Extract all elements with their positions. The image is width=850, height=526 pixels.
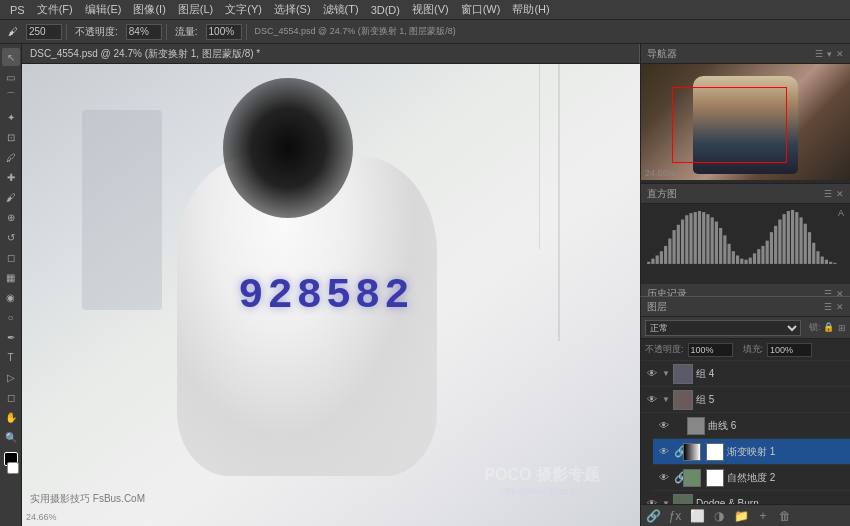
- histogram-header-icons: ☰ ✕: [824, 189, 844, 199]
- flow-input[interactable]: [206, 24, 242, 40]
- fill-input[interactable]: [767, 343, 812, 357]
- navigator-preview[interactable]: 24.66%: [641, 64, 850, 180]
- bg-line-2: [539, 64, 540, 249]
- histogram-close-icon[interactable]: ✕: [836, 189, 844, 199]
- svg-rect-6: [673, 230, 676, 264]
- menu-text[interactable]: 文字(Y): [219, 2, 268, 17]
- layer-link-icon[interactable]: 🔗: [645, 509, 661, 523]
- background-color[interactable]: [7, 462, 19, 474]
- menu-bar: PS 文件(F) 编辑(E) 图像(I) 图层(L) 文字(Y) 选择(S) 滤…: [0, 0, 850, 20]
- clone-tool[interactable]: ⊕: [2, 208, 20, 226]
- menu-ps[interactable]: PS: [4, 4, 31, 16]
- zoom-tool[interactable]: 🔍: [2, 428, 20, 446]
- layer-delete-icon[interactable]: 🗑: [777, 509, 793, 523]
- wand-tool[interactable]: ✦: [2, 108, 20, 126]
- layer-curve-6[interactable]: 👁 曲线 6: [653, 413, 850, 439]
- layer-fx-icon[interactable]: ƒx: [667, 509, 683, 523]
- layer-new-icon[interactable]: +: [755, 509, 771, 523]
- layers-menu-icon[interactable]: ☰: [824, 302, 832, 312]
- gradient-tool[interactable]: ▦: [2, 268, 20, 286]
- path-tool[interactable]: ▷: [2, 368, 20, 386]
- menu-file[interactable]: 文件(F): [31, 2, 79, 17]
- shape-tool[interactable]: ◻: [2, 388, 20, 406]
- svg-rect-13: [702, 212, 705, 264]
- eyedropper-tool[interactable]: 🖊: [2, 148, 20, 166]
- layer-eye-icon[interactable]: 👁: [657, 471, 671, 485]
- svg-rect-42: [825, 260, 828, 264]
- menu-select[interactable]: 选择(S): [268, 2, 317, 17]
- layers-close-icon[interactable]: ✕: [836, 302, 844, 312]
- photo-canvas: 928582 实用摄影技巧 FsBus.CoM POCO 摄影专题 http:/…: [22, 64, 640, 526]
- layer-mask-icon[interactable]: ⬜: [689, 509, 705, 523]
- canvas-content[interactable]: 928582 实用摄影技巧 FsBus.CoM POCO 摄影专题 http:/…: [22, 64, 640, 526]
- layer-group-4[interactable]: 👁 ▼ 组 4: [641, 361, 850, 387]
- navigator-header: 导航器 ☰ ▾ ✕: [641, 44, 850, 64]
- layer-eye-icon[interactable]: 👁: [657, 419, 671, 433]
- pen-tool[interactable]: ✒: [2, 328, 20, 346]
- svg-rect-38: [808, 232, 811, 264]
- lasso-tool[interactable]: ⌒: [2, 88, 20, 106]
- dodge-tool[interactable]: ○: [2, 308, 20, 326]
- navigator-expand-icon[interactable]: ▾: [827, 49, 832, 59]
- history-brush-tool[interactable]: ↺: [2, 228, 20, 246]
- watermark-poco: POCO 摄影专题 http://photo.poco.cn/: [484, 465, 600, 496]
- text-tool[interactable]: T: [2, 348, 20, 366]
- brush-size-input[interactable]: [26, 24, 62, 40]
- toolbar-separator-2: [166, 24, 167, 40]
- svg-rect-40: [816, 251, 819, 264]
- expand-icon[interactable]: ▼: [662, 395, 670, 404]
- layer-group-dodge-burn[interactable]: 👁 ▼ Dodge & Burn: [641, 491, 850, 504]
- svg-rect-30: [774, 226, 777, 264]
- layers-opacity-row: 不透明度: 填充:: [641, 339, 850, 361]
- hand-tool[interactable]: ✋: [2, 408, 20, 426]
- menu-3d[interactable]: 3D(D): [365, 4, 406, 16]
- heal-tool[interactable]: ✚: [2, 168, 20, 186]
- layer-name: 渐变映射 1: [727, 445, 846, 459]
- brush-tool[interactable]: 🖌: [2, 188, 20, 206]
- marquee-tool[interactable]: ▭: [2, 68, 20, 86]
- svg-rect-17: [719, 228, 722, 264]
- menu-help[interactable]: 帮助(H): [506, 2, 555, 17]
- layer-adjustment-icon[interactable]: ◑: [711, 509, 727, 523]
- layer-eye-icon[interactable]: 👁: [645, 367, 659, 381]
- menu-window[interactable]: 窗口(W): [455, 2, 507, 17]
- navigator-panel: 导航器 ☰ ▾ ✕ 24.66%: [641, 44, 850, 184]
- eraser-tool[interactable]: ◻: [2, 248, 20, 266]
- svg-rect-43: [829, 262, 832, 264]
- crop-tool[interactable]: ⊡: [2, 128, 20, 146]
- opacity-label: 不透明度:: [71, 25, 122, 39]
- opacity-input[interactable]: [688, 343, 733, 357]
- layer-vibrance-2[interactable]: 👁 🔗 自然地度 2: [653, 465, 850, 491]
- svg-rect-29: [770, 232, 773, 264]
- layer-group-5[interactable]: 👁 ▼ 组 5: [641, 387, 850, 413]
- navigator-title: 导航器: [647, 47, 677, 61]
- opacity-input[interactable]: [126, 24, 162, 40]
- menu-image[interactable]: 图像(I): [127, 2, 171, 17]
- menu-filter[interactable]: 滤镜(T): [317, 2, 365, 17]
- layer-eye-icon[interactable]: 👁: [657, 445, 671, 459]
- svg-rect-0: [647, 262, 650, 264]
- expand-icon[interactable]: ▼: [662, 369, 670, 378]
- layer-name: 组 5: [696, 393, 846, 407]
- svg-rect-15: [711, 217, 714, 264]
- menu-view[interactable]: 视图(V): [406, 2, 455, 17]
- move-tool[interactable]: ↖: [2, 48, 20, 66]
- navigator-menu-icon[interactable]: ☰: [815, 49, 823, 59]
- layer-eye-icon[interactable]: 👁: [645, 393, 659, 407]
- svg-rect-2: [656, 255, 659, 263]
- layer-gradient-map-1[interactable]: 👁 🔗 渐变映射 1: [653, 439, 850, 465]
- fill-label: 填充:: [743, 343, 764, 356]
- menu-layer[interactable]: 图层(L): [172, 2, 219, 17]
- svg-rect-1: [651, 259, 654, 264]
- lock-all-icon[interactable]: ⊞: [838, 323, 846, 333]
- layer-eye-icon[interactable]: 👁: [645, 497, 659, 505]
- navigator-close-icon[interactable]: ✕: [836, 49, 844, 59]
- layer-group-icon[interactable]: 📁: [733, 509, 749, 523]
- blend-mode-select[interactable]: 正常 溶解 正片叠底: [645, 320, 801, 336]
- person-head: [223, 78, 353, 218]
- menu-edit[interactable]: 编辑(E): [79, 2, 128, 17]
- canvas-area: DSC_4554.psd @ 24.7% (新变换射 1, 图层蒙版/8) * …: [22, 44, 640, 526]
- histogram-menu-icon[interactable]: ☰: [824, 189, 832, 199]
- blur-tool[interactable]: ◉: [2, 288, 20, 306]
- canvas-tab[interactable]: DSC_4554.psd @ 24.7% (新变换射 1, 图层蒙版/8) *: [22, 44, 640, 64]
